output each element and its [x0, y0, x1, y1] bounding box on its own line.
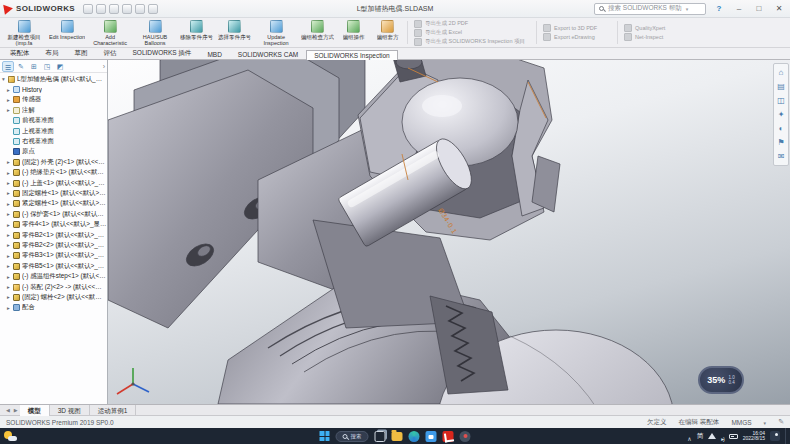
maximize-button[interactable] [752, 3, 766, 15]
graphics-viewport[interactable]: Ø34-0.1 35% [108, 60, 790, 404]
sheet-nav-right-icon[interactable] [12, 407, 20, 413]
edge-browser-button[interactable] [409, 431, 420, 442]
taskbar-search[interactable]: 搜索 [336, 431, 369, 442]
panel-expand-icon[interactable] [103, 63, 105, 70]
start-button[interactable] [320, 431, 330, 441]
show-desktop-button[interactable] [785, 428, 787, 444]
weather-widget-icon[interactable] [4, 430, 17, 442]
network-icon[interactable] [708, 433, 716, 439]
tree-item-part[interactable]: 零件B2<2> (默认<<默认>_显示 [0, 240, 107, 250]
tree-item-part[interactable]: 零件B5<1> (默认<<默认>_显示 [0, 261, 107, 271]
tree-item-mates[interactable]: 配合 [0, 303, 107, 313]
screen-recorder-button[interactable] [460, 431, 471, 442]
units-dropdown-icon[interactable] [764, 419, 767, 426]
tab-addins[interactable]: SOLIDWORKS 插件 [125, 47, 200, 59]
tree-item-part[interactable]: 紧定螺栓<1> (默认<<默认>_显示 [0, 199, 107, 209]
tree-item-history[interactable]: History [0, 84, 107, 94]
tab-motion-study[interactable]: 运动算例1 [90, 405, 137, 416]
tree-item-front-plane[interactable]: 前视基准面 [0, 116, 107, 126]
help-search-input[interactable]: 搜索 SOLIDWORKS 帮助 [594, 3, 706, 15]
assembly-model[interactable]: Ø34-0.1 [108, 60, 790, 404]
update-inspection-button[interactable]: Update Inspection [254, 19, 298, 46]
tree-item-origin[interactable]: 原点 [0, 147, 107, 157]
tree-item-root[interactable]: L型加辅热电偶 (默认<默认_显示状态-1>) [0, 74, 107, 84]
close-button[interactable] [772, 3, 786, 15]
tree-item-top-plane[interactable]: 上视基准面 [0, 126, 107, 136]
dimxpertmanager-tab[interactable] [41, 61, 53, 72]
tree-item-part[interactable]: (固定) 外壳 (2)<1> (默认<<默认>_显示状态 [0, 157, 107, 167]
print-icon[interactable] [122, 4, 132, 14]
tab-layout[interactable]: 布局 [38, 47, 67, 59]
tree-item-part[interactable]: (-) 保护套<1> (默认<<默认>_显示状 [0, 209, 107, 219]
configurationmanager-tab[interactable] [28, 61, 40, 72]
tree-item-part[interactable]: (固定) 螺栓<2> (默认<<默认>_显示状 [0, 292, 107, 302]
view-palette-icon[interactable] [775, 108, 788, 121]
tab-assembly[interactable]: 装配体 [2, 47, 38, 59]
sheet-nav-left-icon[interactable] [4, 407, 12, 413]
resources-home-icon[interactable] [775, 66, 788, 79]
export-2d-pdf-button[interactable]: 导出生成 2D PDF [414, 20, 530, 28]
tab-mbd[interactable]: MBD [199, 49, 229, 59]
tree-item-part[interactable]: 零件B2<1> (默认<<默认>_显示 [0, 230, 107, 240]
hidden-icons-chevron[interactable] [687, 427, 691, 444]
net-inspect-button[interactable]: Net-Inspect [624, 33, 678, 41]
new-document-icon[interactable] [83, 4, 93, 14]
tree-item-part[interactable]: (-) 感温组件step<1> (默认<<默认>_显示状 [0, 271, 107, 281]
export-excel-button[interactable]: 导出生成 Excel [414, 29, 530, 37]
qualityxpert-button[interactable]: QualityXpert [624, 24, 678, 32]
add-characteristic-button[interactable]: Add Characteristic [88, 19, 132, 46]
tab-3d-views[interactable]: 3D 视图 [50, 405, 90, 416]
recorder-overlay-badge[interactable]: 35% 1.0 0.4 [698, 366, 744, 394]
export-3d-pdf-button[interactable]: Export to 3D PDF [543, 24, 611, 32]
tree-item-part[interactable]: (-) 上盖<1> (默认<<默认>_显示状态 [0, 178, 107, 188]
tab-model[interactable]: 模型 [20, 405, 50, 416]
tree-item-part[interactable]: 零件B3<1> (默认<<默认>_显示 [0, 251, 107, 261]
task-view-button[interactable] [375, 431, 386, 442]
solidworks-taskbar-button[interactable] [443, 431, 454, 442]
new-inspection-project-button[interactable]: 新建检查项目 (imp.fa [2, 19, 46, 46]
group-template-button[interactable]: 编组套方 [371, 19, 404, 46]
appearances-icon[interactable] [775, 122, 788, 135]
file-explorer-button[interactable] [392, 432, 403, 441]
propertymanager-tab[interactable] [15, 61, 27, 72]
featuremanager-tab[interactable] [2, 61, 14, 72]
balloons-button[interactable]: HAU/SUB Balloons [133, 19, 177, 46]
help-button[interactable] [712, 3, 726, 15]
status-tag-icon[interactable] [778, 418, 784, 426]
export-edrawing-button[interactable]: Export eDrawing [543, 33, 611, 41]
open-file-icon[interactable] [96, 4, 106, 14]
group-operation-button[interactable]: 编组操作 [337, 19, 370, 46]
forum-icon[interactable] [775, 150, 788, 163]
taskbar-clock[interactable]: 16:04 2022/8/15 [743, 431, 765, 442]
tree-item-subassembly[interactable]: (-) 装配 (2)<2> -> (默认<<默认>_显 [0, 282, 107, 292]
save-icon[interactable] [109, 4, 119, 14]
minimize-button[interactable] [732, 3, 746, 15]
tab-solidworks-inspection[interactable]: SOLIDWORKS Inspection [306, 50, 398, 60]
tree-item-part[interactable]: 零件4<1> (默认<<默认>_显示状态 [0, 219, 107, 229]
tree-item-part[interactable]: (-) 绝缘垫片<1> (默认<<默认>_显示状 [0, 168, 107, 178]
displaymanager-tab[interactable] [54, 61, 66, 72]
status-units[interactable]: MMGS [731, 419, 751, 426]
search-dropdown-icon[interactable] [686, 5, 689, 12]
group-check-mode-button[interactable]: 编组检查方式 [299, 19, 336, 46]
file-explorer-icon[interactable] [775, 94, 788, 107]
language-indicator[interactable]: 简 [697, 432, 704, 441]
store-button[interactable] [426, 431, 437, 442]
tree-item-sensors[interactable]: 传感器 [0, 95, 107, 105]
tree-item-annotations[interactable]: 注解 [0, 105, 107, 115]
tab-evaluate[interactable]: 评估 [96, 47, 125, 59]
remove-balloon-button[interactable]: 移除零件序号 [178, 19, 215, 46]
rebuild-icon[interactable] [148, 4, 158, 14]
battery-icon[interactable] [729, 434, 738, 439]
tab-sketch[interactable]: 草图 [67, 47, 96, 59]
export-inspection-project-button[interactable]: 导出生成 SOLIDWORKS Inspection 项目 [414, 38, 530, 46]
notification-center-icon[interactable] [770, 431, 780, 441]
design-library-icon[interactable] [775, 80, 788, 93]
select-balloon-button[interactable]: 选择零件序号 [216, 19, 253, 46]
tab-solidworks-cam[interactable]: SOLIDWORKS CAM [230, 49, 306, 59]
custom-properties-icon[interactable] [775, 136, 788, 149]
edit-inspection-button[interactable]: Edit Inspection [47, 19, 87, 46]
volume-icon[interactable] [721, 427, 724, 444]
tree-item-part[interactable]: 固定螺栓<1> (默认<<默认>_显示状 [0, 188, 107, 198]
undo-icon[interactable] [135, 4, 145, 14]
